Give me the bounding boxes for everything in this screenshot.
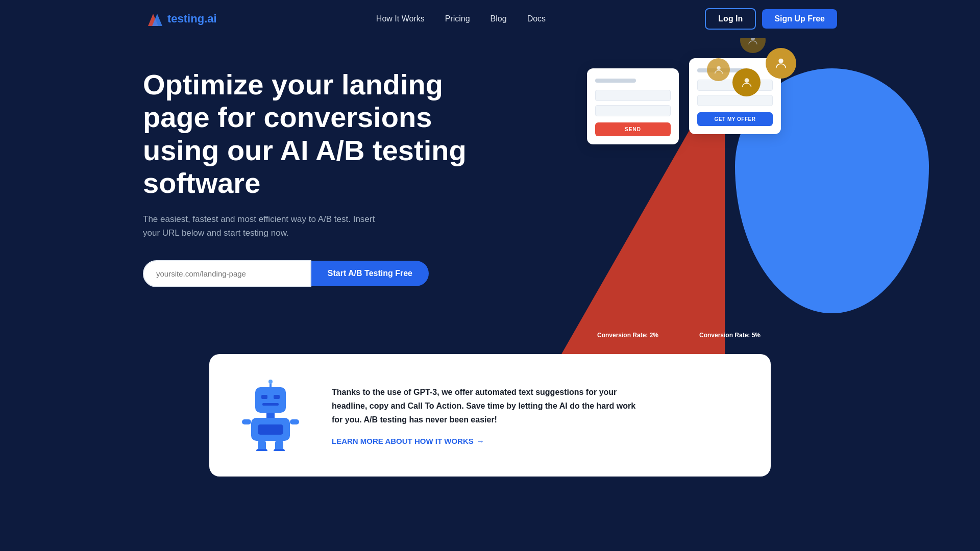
form-b-field-2 [697,95,773,106]
form-a-send-button[interactable]: SEND [595,122,671,136]
svg-point-11 [268,380,273,384]
nav-actions: Log In Sign Up Free [705,8,837,30]
svg-rect-20 [290,419,299,424]
nav-docs[interactable]: Docs [527,14,546,23]
login-button[interactable]: Log In [705,8,756,30]
hero-section: Optimize your landing page for conversio… [0,38,980,354]
nav-pricing[interactable]: Pricing [445,14,470,23]
hero-content: Optimize your landing page for conversio… [143,68,490,287]
mock-form-a: SEND [587,68,679,144]
svg-rect-7 [261,395,267,399]
signup-button[interactable]: Sign Up Free [762,9,837,29]
user-icon-1 [747,38,759,46]
svg-rect-19 [242,419,251,424]
user-bubble-3 [732,68,761,96]
user-icon-4 [713,64,724,76]
svg-point-5 [717,66,720,69]
nav-how-it-works[interactable]: How It Works [376,14,425,23]
nav-links: How It Works Pricing Blog Docs [376,14,546,23]
hero-title: Optimize your landing page for conversio… [143,68,490,200]
user-icon-3 [740,76,753,89]
user-bubble-2 [766,48,796,79]
conversion-rate-a: Conversion Rate: 2% [597,332,658,339]
svg-rect-9 [262,403,279,406]
conversion-rate-b: Conversion Rate: 5% [699,332,761,339]
robot-illustration [240,380,301,451]
logo-text: testing.ai [167,12,217,26]
form-b-offer-button[interactable]: GET MY OFFER [697,112,773,126]
svg-rect-12 [266,413,275,418]
svg-rect-14 [258,424,283,435]
hero-illustration: SEND GET MY OFFER Conversion Rate: 2% Co… [531,38,929,354]
form-a-field-1 [595,90,671,101]
form-a-field-2 [595,105,671,116]
svg-rect-8 [274,395,280,399]
feature-card: Thanks to the use of GPT-3, we offer aut… [209,354,771,477]
feature-text: Thanks to the use of GPT-3, we offer aut… [332,385,638,446]
navbar: testing.ai How It Works Pricing Blog Doc… [0,0,980,38]
form-a-header [595,79,636,83]
user-bubble-1 [740,38,766,53]
logo[interactable]: testing.ai [143,10,217,28]
hero-subtitle: The easiest, fastest and most efficient … [143,212,388,240]
learn-more-link[interactable]: LEARN MORE ABOUT HOW IT WORKS [332,437,638,445]
svg-rect-18 [274,449,285,451]
hero-input-row: Start A/B Testing Free [143,260,429,287]
svg-rect-17 [256,449,267,451]
logo-icon [143,10,163,28]
svg-point-3 [778,59,783,63]
user-icon-2 [774,56,788,70]
nav-blog[interactable]: Blog [491,14,507,23]
cta-button[interactable]: Start A/B Testing Free [311,261,429,286]
svg-point-4 [744,78,749,83]
feature-description: Thanks to the use of GPT-3, we offer aut… [332,385,638,427]
bottom-section: Thanks to the use of GPT-3, we offer aut… [0,354,980,497]
url-input[interactable] [143,260,311,287]
svg-rect-6 [255,387,286,413]
svg-point-2 [751,38,755,40]
user-bubble-4 [707,58,730,81]
